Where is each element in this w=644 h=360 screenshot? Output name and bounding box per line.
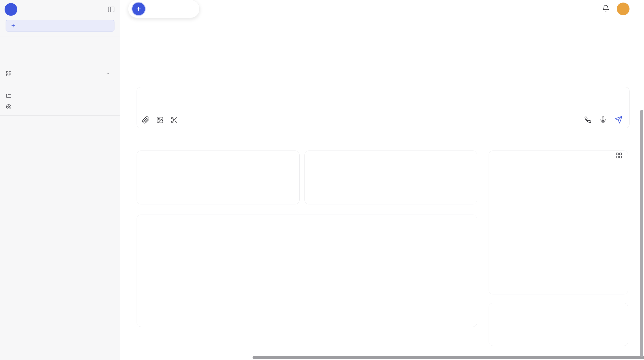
folder-icon <box>6 93 12 99</box>
agent-switcher <box>128 0 200 18</box>
chevron-up-icon <box>105 71 110 76</box>
star-badge-icon <box>6 104 12 110</box>
agent-avatar-1[interactable] <box>149 3 162 15</box>
news-image <box>495 309 531 334</box>
schedule-card <box>489 151 628 294</box>
image-upload-icon[interactable] <box>156 116 164 124</box>
notifications-bell-icon[interactable] <box>602 5 610 13</box>
plus-icon <box>10 23 16 28</box>
phone-call-icon[interactable] <box>584 116 592 124</box>
microphone-icon[interactable] <box>599 116 607 124</box>
assistant-hero <box>137 50 630 79</box>
new-chat-button[interactable] <box>6 20 114 32</box>
user-avatar[interactable] <box>617 3 630 15</box>
sidebar-item-favorites[interactable] <box>0 101 120 112</box>
sidebar-item-cloud[interactable] <box>0 90 120 101</box>
add-agent-button[interactable] <box>132 3 145 15</box>
news-card[interactable] <box>489 303 628 346</box>
recent-view-all[interactable] <box>0 51 120 62</box>
assistant-avatar <box>137 50 165 79</box>
taskgo-logo <box>5 3 17 16</box>
plus-icon <box>135 6 142 12</box>
attachment-icon[interactable] <box>142 116 150 124</box>
agent-avatar-3[interactable] <box>183 3 195 15</box>
main-area <box>120 0 644 360</box>
recent-chats-header <box>0 40 120 51</box>
collapse-sidebar-icon[interactable] <box>107 6 115 13</box>
topbar <box>137 0 630 18</box>
vertical-scrollbar[interactable] <box>640 110 643 357</box>
apps-view-all[interactable] <box>0 79 120 90</box>
sidebar-item-my-apps[interactable] <box>0 68 120 79</box>
horizontal-scrollbar[interactable] <box>253 356 644 359</box>
divider <box>0 65 120 65</box>
sidebar <box>0 0 120 360</box>
task-progress-card <box>137 151 300 204</box>
app-window <box>0 0 644 360</box>
scissors-icon[interactable] <box>170 116 178 124</box>
send-icon[interactable] <box>614 116 623 124</box>
project-dashboard-card <box>137 215 477 327</box>
divider <box>0 115 120 116</box>
sidebar-header <box>0 0 120 18</box>
chat-input-box[interactable] <box>137 87 630 128</box>
layout-grid-icon[interactable] <box>616 152 622 160</box>
agent-avatar-2[interactable] <box>166 3 179 15</box>
my-review-card <box>304 151 477 204</box>
grid-icon <box>6 71 12 77</box>
divider <box>0 37 120 37</box>
